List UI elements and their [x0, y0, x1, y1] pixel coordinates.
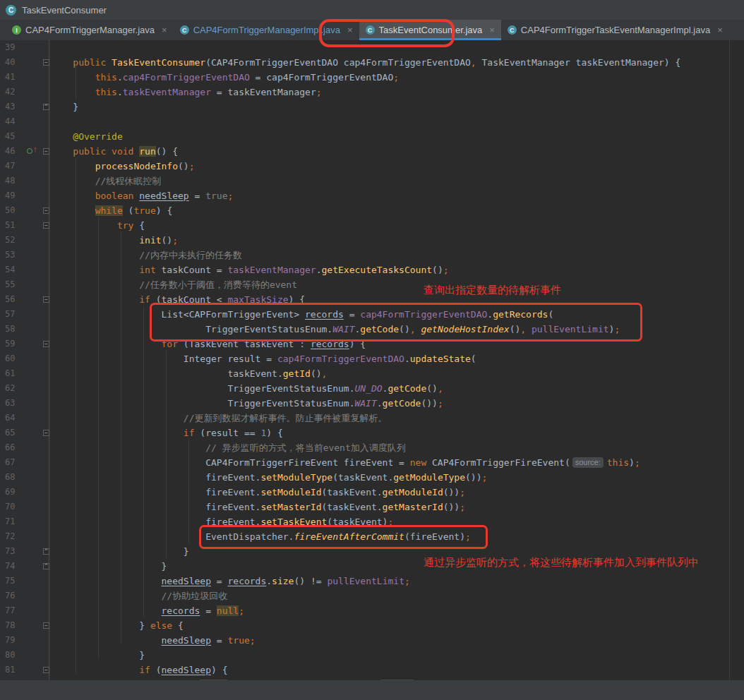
code-text: EventDispatcher.fireEventAfterCommit(fir… [49, 529, 471, 544]
code-line: 50− while (true) { [0, 203, 744, 218]
code-line: 54 int taskCount = taskEventManager.getE… [0, 262, 744, 277]
fold-marker-icon[interactable]: − [43, 148, 49, 155]
tab-label: CAP4FormTriggerManager.java [25, 25, 155, 35]
code-text: public void run() { [49, 144, 178, 159]
line-number: 64 [0, 411, 24, 426]
code-line: 39 [0, 40, 744, 55]
line-number: 78 [0, 618, 24, 633]
code-line: 72 EventDispatcher.fireEventAfterCommit(… [0, 529, 744, 544]
indent-guide [143, 306, 144, 617]
ide-window: C TaskEventConsumer ICAP4FormTriggerMana… [0, 0, 744, 700]
line-number: 39 [0, 40, 24, 55]
code-line: 71 fireEvent.setTaskEvent(taskEvent); [0, 514, 744, 529]
code-text: needSleep = true; [49, 633, 256, 648]
fold-marker-icon[interactable]: − [43, 59, 49, 66]
code-text: for (TaskEvent taskEvent : records) { [49, 337, 366, 351]
code-line: 78− } else { [0, 618, 744, 633]
code-line: 49 boolean needSleep = true; [0, 188, 744, 203]
line-number: 43 [0, 99, 24, 114]
code-line: 75 needSleep = records.size() != pullEve… [0, 574, 744, 589]
fold-marker-icon[interactable]: − [43, 222, 49, 229]
class-icon: C [366, 25, 375, 35]
fold-end-marker-icon[interactable]: ^ [43, 563, 49, 569]
code-line: 57 List<CAPFormTriggerEvent> records = c… [0, 307, 744, 322]
code-text: } [49, 648, 145, 663]
fold-end-marker-icon[interactable]: ^ [43, 548, 49, 555]
class-icon: C [508, 25, 517, 35]
line-number: 50 [0, 203, 24, 218]
code-line: 46↑− public void run() { [0, 144, 744, 159]
fold-marker-icon[interactable]: − [43, 341, 49, 347]
line-number: 51 [0, 218, 24, 233]
fold-marker-icon[interactable]: − [43, 430, 49, 436]
line-number: 58 [0, 322, 24, 337]
fold-marker-icon[interactable]: − [43, 207, 49, 214]
line-number: 52 [0, 233, 24, 248]
line-number: 49 [0, 188, 24, 203]
fold-marker-icon[interactable]: − [43, 296, 49, 303]
code-line: 51− try { [0, 218, 744, 233]
line-number: 80 [0, 648, 24, 663]
line-number: 74 [0, 559, 24, 574]
close-tab-icon[interactable]: × [717, 25, 723, 35]
fold-marker-icon[interactable]: − [43, 667, 49, 673]
line-number: 76 [0, 589, 24, 603]
code-line: 66 // 异步监听的方式，将当前event加入调度队列 [0, 440, 744, 455]
line-number: 56 [0, 292, 24, 307]
code-text: this.cap4FormTriggerEventDAO = cap4FormT… [49, 70, 399, 85]
code-line: 74^ } [0, 559, 744, 574]
code-editor[interactable]: 3940− public TaskEventConsumer(CAP4FormT… [0, 40, 744, 680]
code-text: // 异步监听的方式，将当前event加入调度队列 [49, 440, 406, 455]
line-number: 69 [0, 485, 24, 500]
code-line: 79 needSleep = true; [0, 633, 744, 648]
code-text: public TaskEventConsumer(CAP4FormTrigger… [49, 55, 680, 70]
line-number: 47 [0, 159, 24, 174]
editor-tab-CAP4FormTriggerTaskEventManagerImpl[interactable]: CCAP4FormTriggerTaskEventManagerImpl.jav… [501, 20, 729, 40]
overrides-method-icon[interactable]: ↑ [27, 147, 40, 156]
code-line: 40− public TaskEventConsumer(CAP4FormTri… [0, 55, 744, 70]
code-line: 62 TriggerEventStatusEnum.UN_DO.getCode(… [0, 381, 744, 396]
code-text: needSleep = records.size() != pullEventL… [49, 574, 410, 589]
line-number: 70 [0, 500, 24, 514]
code-text: } [49, 99, 78, 114]
code-text: } [49, 559, 167, 574]
indent-guide [121, 232, 121, 644]
editor-tab-CAP4FormTriggerManagerImpl[interactable]: CCAP4FormTriggerManagerImpl.java× [174, 20, 359, 40]
line-number: 66 [0, 440, 24, 455]
code-line: 81− if (needSleep) { [0, 663, 744, 677]
code-text: } [49, 544, 189, 559]
line-number: 62 [0, 381, 24, 396]
code-text: List<CAPFormTriggerEvent> records = cap4… [49, 307, 553, 322]
close-tab-icon[interactable]: × [347, 25, 353, 35]
code-line: 67 CAP4FormTriggerFireEvent fireEvent = … [0, 455, 744, 470]
code-line: 58 TriggerEventStatusEnum.WAIT.getCode()… [0, 322, 744, 337]
interface-icon: I [12, 25, 21, 35]
line-number: 72 [0, 529, 24, 544]
editor-tab-CAP4FormTriggerManager[interactable]: ICAP4FormTriggerManager.java× [6, 20, 174, 40]
code-line: 73^ } [0, 544, 744, 559]
code-line: 56− if (taskCount < maxTaskSize) { [0, 292, 744, 307]
fold-marker-icon[interactable]: − [43, 622, 49, 629]
editor-tab-TaskEventConsumer[interactable]: CTaskEventConsumer.java× [359, 20, 501, 40]
line-number: 77 [0, 603, 24, 618]
fold-end-marker-icon[interactable]: ^ [43, 104, 49, 110]
indent-guide [166, 351, 167, 558]
code-text: TriggerEventStatusEnum.WAIT.getCode(), g… [49, 322, 620, 337]
line-number: 61 [0, 366, 24, 381]
code-text: //更新到数据才解析事件。防止事件被重复解析。 [49, 411, 388, 426]
code-text: fireEvent.setTaskEvent(taskEvent); [49, 514, 393, 529]
line-number: 75 [0, 574, 24, 589]
close-tab-icon[interactable]: × [162, 25, 167, 35]
close-tab-icon[interactable]: × [489, 25, 495, 35]
code-text: fireEvent.setModuleId(taskEvent.getModul… [49, 485, 465, 500]
code-text: TriggerEventStatusEnum.WAIT.getCode()); [49, 396, 443, 411]
class-icon: C [180, 25, 189, 35]
code-line: 53 //内存中未执行的任务数 [0, 248, 744, 262]
code-line: 77 records = null; [0, 603, 744, 618]
code-text: fireEvent.setMasterId(taskEvent.getMaste… [49, 500, 465, 514]
class-icon: C [6, 5, 16, 16]
code-line: 59− for (TaskEvent taskEvent : records) … [0, 337, 744, 351]
line-number: 65 [0, 426, 24, 440]
title-bar: C TaskEventConsumer [0, 0, 744, 20]
code-text: records = null; [49, 603, 244, 618]
